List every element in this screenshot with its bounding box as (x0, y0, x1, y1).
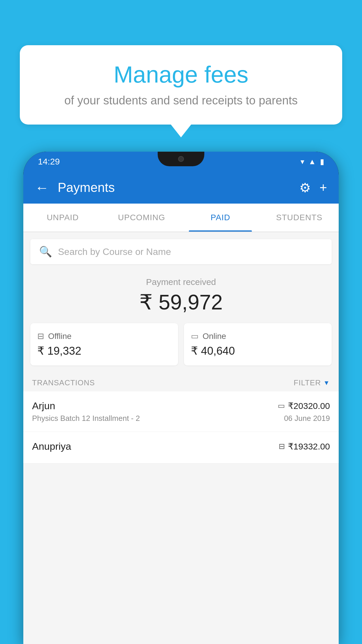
tabs-bar: UNPAID UPCOMING PAID STUDENTS (23, 204, 339, 232)
settings-button[interactable]: ⚙ (299, 180, 311, 195)
add-button[interactable]: + (319, 180, 327, 195)
transaction-top: Anupriya ⊟ ₹19332.00 (32, 441, 330, 452)
notch (158, 152, 204, 166)
search-bar[interactable]: 🔍 Search by Course or Name (30, 239, 332, 264)
tab-unpaid[interactable]: UNPAID (23, 204, 102, 232)
content-area: 🔍 Search by Course or Name Payment recei… (23, 232, 339, 644)
online-label: Online (203, 332, 226, 341)
battery-icon: ▮ (320, 157, 324, 166)
back-button[interactable]: ← (35, 180, 49, 196)
camera-dot (178, 156, 184, 162)
search-placeholder: Search by Course or Name (58, 246, 171, 257)
transactions-header: TRANSACTIONS FILTER ▼ (23, 374, 339, 391)
filter-button[interactable]: FILTER ▼ (294, 378, 330, 387)
speech-bubble: Manage fees of your students and send re… (20, 45, 342, 125)
app-bar-title: Payments (58, 180, 291, 195)
transactions-label: TRANSACTIONS (32, 378, 95, 387)
filter-text: FILTER (294, 378, 321, 387)
transaction-top: Arjun ▭ ₹20320.00 (32, 400, 330, 412)
online-amount: ₹ 40,640 (191, 344, 325, 357)
transaction-bottom: Physics Batch 12 Installment - 2 06 June… (32, 414, 330, 423)
transaction-name: Arjun (32, 400, 55, 412)
wifi-icon: ▾ (301, 157, 304, 166)
status-bar: 14:29 ▾ ▲ ▮ (23, 152, 339, 172)
transaction-amount-value: ₹19332.00 (288, 441, 330, 452)
transaction-amount-value: ₹20320.00 (288, 401, 330, 411)
online-card: ▭ Online ₹ 40,640 (184, 323, 332, 365)
transaction-row[interactable]: Anupriya ⊟ ₹19332.00 (23, 432, 339, 463)
offline-label: Offline (48, 332, 71, 341)
phone-frame: 14:29 ▾ ▲ ▮ ← Payments ⚙ + UNPAID UPCOMI… (23, 152, 339, 644)
transaction-row[interactable]: Arjun ▭ ₹20320.00 Physics Batch 12 Insta… (23, 391, 339, 432)
offline-card: ⊟ Offline ₹ 19,332 (30, 323, 178, 365)
app-bar: ← Payments ⚙ + (23, 172, 339, 204)
phone-inner: 14:29 ▾ ▲ ▮ ← Payments ⚙ + UNPAID UPCOMI… (23, 152, 339, 644)
payment-cards: ⊟ Offline ₹ 19,332 ▭ Online ₹ 40,640 (23, 323, 339, 374)
status-icons: ▾ ▲ ▮ (301, 157, 324, 166)
payment-type-icon: ⊟ (279, 442, 285, 451)
payment-received-section: Payment received ₹ 59,972 (23, 264, 339, 323)
payment-received-amount: ₹ 59,972 (30, 290, 332, 314)
bubble-title: Manage fees (37, 61, 325, 88)
offline-amount: ₹ 19,332 (37, 344, 171, 357)
offline-icon: ⊟ (37, 331, 44, 341)
transaction-name: Anupriya (32, 441, 71, 452)
transaction-date: 06 June 2019 (284, 414, 330, 423)
offline-card-header: ⊟ Offline (37, 331, 171, 341)
online-icon: ▭ (191, 331, 198, 341)
filter-icon: ▼ (323, 379, 330, 387)
online-card-header: ▭ Online (191, 331, 325, 341)
app-screen: UNPAID UPCOMING PAID STUDENTS 🔍 Search b… (23, 204, 339, 644)
tab-upcoming[interactable]: UPCOMING (102, 204, 181, 232)
bubble-subtitle: of your students and send receipts to pa… (37, 94, 325, 107)
tab-students[interactable]: STUDENTS (260, 204, 339, 232)
payment-received-label: Payment received (30, 277, 332, 287)
payment-type-icon: ▭ (278, 401, 285, 410)
transaction-course: Physics Batch 12 Installment - 2 (32, 414, 140, 423)
tab-paid[interactable]: PAID (181, 204, 260, 232)
signal-icon: ▲ (308, 157, 316, 166)
transaction-amount: ▭ ₹20320.00 (278, 401, 330, 411)
transaction-amount: ⊟ ₹19332.00 (279, 441, 330, 452)
search-icon: 🔍 (39, 246, 52, 258)
status-time: 14:29 (38, 157, 60, 167)
